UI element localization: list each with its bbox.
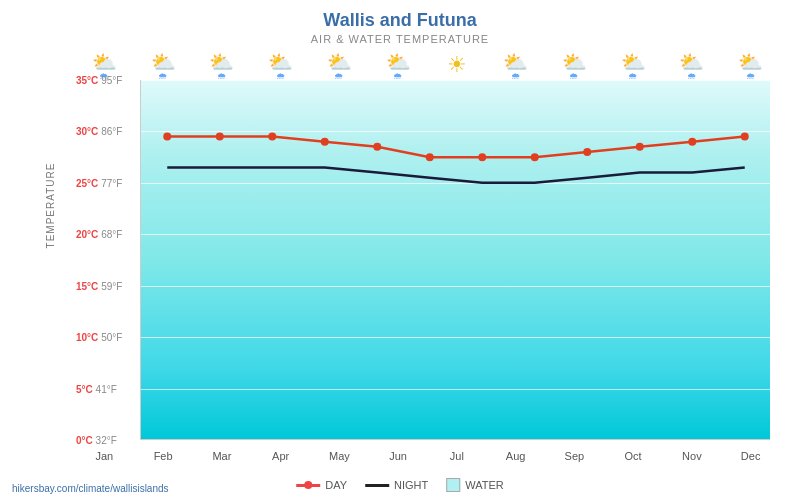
- y-axis-label: 0°C 32°F: [76, 435, 117, 446]
- chart-title: Wallis and Futuna: [10, 10, 790, 31]
- y-axis-title: TEMPERATURE: [45, 163, 56, 249]
- legend-night: NIGHT: [365, 479, 428, 491]
- legend-day: DAY: [296, 479, 347, 491]
- day-temp-dot: [163, 133, 171, 141]
- x-axis-label: Sep: [545, 450, 604, 462]
- cloud-rain-icon: ⛅🌧: [134, 52, 193, 81]
- weather-icon: ⛅🌧: [369, 52, 428, 81]
- y-axis-label: 20°C 68°F: [76, 229, 122, 240]
- x-axis-label: Jul: [428, 450, 487, 462]
- day-temperature-line: [167, 137, 745, 158]
- legend: DAY NIGHT WATER: [296, 478, 504, 492]
- chart-container: Wallis and Futuna AIR & WATER TEMPERATUR…: [0, 0, 800, 500]
- chart-area: 35°C 95°F30°C 86°F25°C 77°F20°C 68°F15°C…: [140, 80, 770, 440]
- weather-icon: ⛅🌧: [193, 52, 252, 81]
- x-axis-label: Nov: [663, 450, 722, 462]
- weather-icon: ⛅🌧: [134, 52, 193, 81]
- cloud-rain-icon: ⛅🌧: [604, 52, 663, 81]
- day-temp-dot: [583, 148, 591, 156]
- legend-night-line: [365, 484, 389, 487]
- cloud-rain-icon: ⛅🌧: [193, 52, 252, 81]
- day-temp-dot: [531, 153, 539, 161]
- x-axis-label: Feb: [134, 450, 193, 462]
- weather-icons-row: ⛅🌧⛅🌧⛅🌧⛅🌧⛅🌧⛅🌧☀⛅🌧⛅🌧⛅🌧⛅🌧⛅🌧: [75, 52, 780, 81]
- weather-icon: ⛅🌧: [663, 52, 722, 81]
- x-axis-label: May: [310, 450, 369, 462]
- y-axis-label: 5°C 41°F: [76, 383, 117, 394]
- legend-night-label: NIGHT: [394, 479, 428, 491]
- y-axis-label: 30°C 86°F: [76, 126, 122, 137]
- x-axis-label: Mar: [193, 450, 252, 462]
- y-axis-label: 10°C 50°F: [76, 332, 122, 343]
- legend-day-label: DAY: [325, 479, 347, 491]
- grid-line: [141, 440, 770, 441]
- y-axis-label: 35°C 95°F: [76, 75, 122, 86]
- weather-icon: ☀: [428, 52, 487, 81]
- weather-icon: ⛅🌧: [251, 52, 310, 81]
- sun-icon: ☀: [428, 52, 487, 78]
- day-temp-dot: [741, 133, 749, 141]
- cloud-rain-icon: ⛅🌧: [310, 52, 369, 81]
- cloud-rain-icon: ⛅🌧: [369, 52, 428, 81]
- day-temp-dot: [321, 138, 329, 146]
- day-temp-dot: [373, 143, 381, 151]
- x-axis-label: Jun: [369, 450, 428, 462]
- footer-url: hikersbay.com/climate/wallisislands: [12, 483, 169, 494]
- weather-icon: ⛅🌧: [486, 52, 545, 81]
- chart-svg: [141, 80, 770, 439]
- day-temp-dot: [636, 143, 644, 151]
- cloud-rain-icon: ⛅🌧: [663, 52, 722, 81]
- cloud-rain-icon: ⛅🌧: [721, 52, 780, 81]
- legend-water-label: WATER: [465, 479, 504, 491]
- legend-water-box: [446, 478, 460, 492]
- cloud-rain-icon: ⛅🌧: [545, 52, 604, 81]
- day-temp-dot: [216, 133, 224, 141]
- cloud-rain-icon: ⛅🌧: [251, 52, 310, 81]
- weather-icon: ⛅🌧: [604, 52, 663, 81]
- x-axis-labels: JanFebMarAprMayJunJulAugSepOctNovDec: [75, 450, 780, 462]
- cloud-rain-icon: ⛅🌧: [486, 52, 545, 81]
- y-axis-label: 25°C 77°F: [76, 177, 122, 188]
- legend-day-line: [296, 484, 320, 487]
- night-temperature-line: [167, 167, 745, 182]
- legend-water: WATER: [446, 478, 504, 492]
- x-axis-label: Oct: [604, 450, 663, 462]
- x-axis-label: Dec: [721, 450, 780, 462]
- x-axis-label: Aug: [486, 450, 545, 462]
- day-temp-dot: [478, 153, 486, 161]
- day-temp-dot: [688, 138, 696, 146]
- chart-subtitle: AIR & WATER TEMPERATURE: [10, 33, 790, 45]
- weather-icon: ⛅🌧: [545, 52, 604, 81]
- x-axis-label: Apr: [251, 450, 310, 462]
- day-temp-dot: [426, 153, 434, 161]
- x-axis-label: Jan: [75, 450, 134, 462]
- weather-icon: ⛅🌧: [310, 52, 369, 81]
- day-temp-dot: [268, 133, 276, 141]
- y-axis-label: 15°C 59°F: [76, 280, 122, 291]
- weather-icon: ⛅🌧: [721, 52, 780, 81]
